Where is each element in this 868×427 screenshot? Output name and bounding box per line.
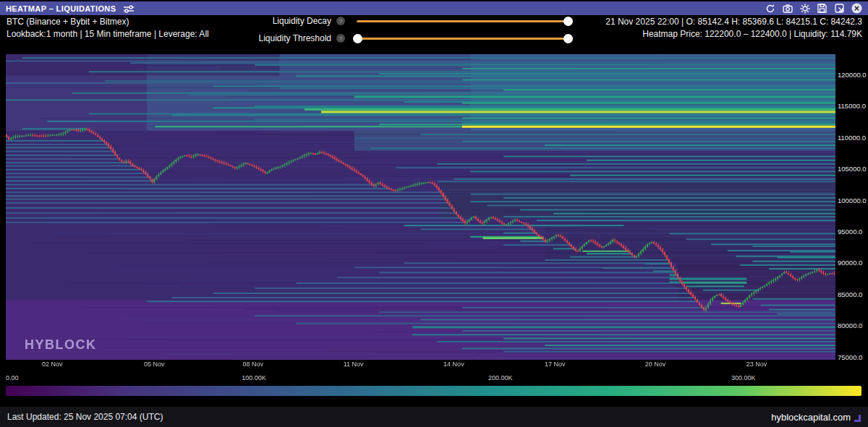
y-tick-label: 110000.0 bbox=[838, 134, 866, 142]
x-tick-label: 08 Nov bbox=[243, 361, 264, 368]
x-tick-label: 05 Nov bbox=[144, 361, 165, 368]
x-tick-label: 20 Nov bbox=[645, 361, 666, 368]
x-tick-label: 23 Nov bbox=[746, 361, 767, 368]
liquidity-decay-row: Liquidity Decay ? bbox=[246, 15, 569, 27]
x-tick-label: 14 Nov bbox=[443, 361, 464, 368]
decay-handle[interactable] bbox=[563, 17, 573, 26]
last-updated-label: Last Updated: 25 Nov 2025 07:04 (UTC) bbox=[7, 412, 163, 422]
lookback-settings-label: Lookback:1 month | 15 Min timeframe | Le… bbox=[7, 28, 209, 40]
colorbar-tick-label: 200.00K bbox=[488, 374, 513, 381]
liquidity-decay-slider[interactable] bbox=[357, 20, 569, 22]
heatmap-price-readout: Heatmap Price: 122200.0 – 122400.0 | Liq… bbox=[605, 28, 862, 40]
y-tick-label: 75000.0 bbox=[838, 353, 862, 361]
colorbar-tick-label: 100.00K bbox=[242, 374, 266, 381]
y-tick-label: 95000.0 bbox=[838, 228, 862, 236]
colorbar-tick-label: 0.00 bbox=[6, 374, 19, 381]
save-icon[interactable] bbox=[817, 3, 827, 14]
instrument-label: BTC (Binance + Bybit + Bitmex) bbox=[7, 16, 209, 28]
threshold-info-icon[interactable]: ? bbox=[336, 34, 345, 43]
y-axis-price-labels: 120000.0115000.0110000.0105000.0100000.0… bbox=[838, 54, 868, 360]
heatmap-window: HEATMAP – LIQUIDATIONS bbox=[0, 0, 868, 427]
liquidity-decay-label: Liquidity Decay bbox=[246, 16, 331, 26]
y-tick-label: 85000.0 bbox=[838, 290, 862, 298]
y-tick-label: 90000.0 bbox=[838, 259, 862, 267]
y-tick-label: 100000.0 bbox=[838, 197, 867, 204]
y-tick-label: 80000.0 bbox=[838, 322, 862, 329]
corner-bracket-icon bbox=[854, 415, 861, 422]
ohlc-readout: 21 Nov 2025 22:00 | O: 85142.4 H: 85369.… bbox=[605, 16, 862, 28]
title-bar: HEATMAP – LIQUIDATIONS bbox=[0, 1, 868, 15]
threshold-min-handle[interactable] bbox=[353, 34, 362, 43]
colorbar-tick-label: 300.00K bbox=[731, 374, 756, 381]
liquidity-colorbar bbox=[6, 386, 861, 396]
refresh-icon[interactable] bbox=[765, 3, 775, 14]
x-axis-date-labels: 02 Nov05 Nov08 Nov11 Nov14 Nov17 Nov20 N… bbox=[6, 361, 835, 369]
x-tick-label: 17 Nov bbox=[545, 361, 566, 368]
settings-gear-icon[interactable] bbox=[799, 3, 810, 14]
liquidity-threshold-label: Liquidity Threshold bbox=[246, 33, 331, 43]
y-tick-label: 115000.0 bbox=[838, 102, 866, 110]
camera-icon[interactable] bbox=[782, 3, 793, 14]
chart-zone: HYBLOCK 120000.0115000.0110000.0105000.0… bbox=[0, 47, 868, 405]
liquidity-threshold-row: Liquidity Threshold ? bbox=[246, 33, 569, 44]
y-tick-label: 120000.0 bbox=[838, 71, 867, 79]
liquidation-heatmap-canvas[interactable] bbox=[6, 54, 835, 360]
decay-info-icon[interactable]: ? bbox=[336, 17, 345, 25]
threshold-max-handle[interactable] bbox=[563, 34, 573, 43]
window-title: HEATMAP – LIQUIDATIONS bbox=[6, 4, 116, 13]
colorbar-labels: 0.00100.00K200.00K300.00K bbox=[6, 374, 861, 383]
x-tick-label: 11 Nov bbox=[344, 361, 364, 368]
hyblock-watermark: HYBLOCK bbox=[25, 337, 97, 353]
x-tick-label: 02 Nov bbox=[42, 361, 63, 368]
close-icon[interactable] bbox=[851, 3, 862, 14]
liquidity-threshold-slider[interactable] bbox=[357, 38, 569, 40]
site-link[interactable]: hyblockcapital.com bbox=[771, 412, 851, 423]
y-tick-label: 105000.0 bbox=[838, 165, 867, 173]
sliders-icon bbox=[123, 4, 135, 13]
footer-bar: Last Updated: 25 Nov 2025 07:04 (UTC) hy… bbox=[0, 407, 868, 427]
expand-icon[interactable] bbox=[834, 3, 845, 14]
